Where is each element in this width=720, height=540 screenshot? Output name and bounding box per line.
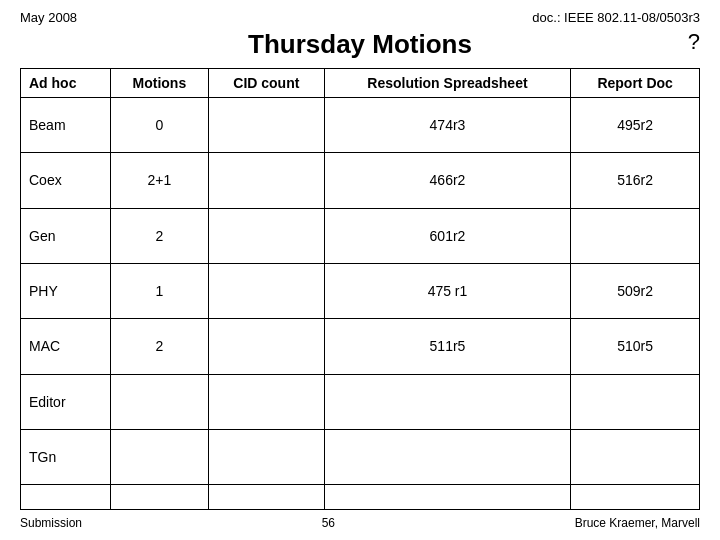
question-mark: ? <box>688 29 700 55</box>
cell-resolution: 475 r1 <box>324 263 571 318</box>
table-header-row: Ad hoc Motions CID count Resolution Spre… <box>21 69 700 98</box>
cell-adhoc: TGn <box>21 429 111 484</box>
cell-cid <box>209 374 325 429</box>
page-title: Thursday Motions <box>248 29 472 60</box>
date-label: May 2008 <box>20 10 77 25</box>
cell-motions: 1 <box>110 263 208 318</box>
footer-center: 56 <box>82 516 575 530</box>
cell-motions: 2 <box>110 319 208 374</box>
table-row <box>21 485 700 510</box>
main-table: Ad hoc Motions CID count Resolution Spre… <box>20 68 700 510</box>
table-row: MAC2511r5510r5 <box>21 319 700 374</box>
cell-report <box>571 208 700 263</box>
cell-motions: 0 <box>110 98 208 153</box>
cell-cid <box>209 429 325 484</box>
cell-cid <box>209 263 325 318</box>
cell-cid <box>209 98 325 153</box>
cell-adhoc: Coex <box>21 153 111 208</box>
cell-adhoc: Gen <box>21 208 111 263</box>
cell-cid <box>209 485 325 510</box>
title-row: Thursday Motions ? <box>20 29 700 60</box>
cell-report: 516r2 <box>571 153 700 208</box>
col-adhoc: Ad hoc <box>21 69 111 98</box>
cell-adhoc: MAC <box>21 319 111 374</box>
cell-resolution: 474r3 <box>324 98 571 153</box>
cell-adhoc: PHY <box>21 263 111 318</box>
doc-id-label: doc.: IEEE 802.11-08/0503r3 <box>532 10 700 25</box>
cell-adhoc: Editor <box>21 374 111 429</box>
footer-right: Bruce Kraemer, Marvell <box>575 516 700 530</box>
table-row: Beam0474r3495r2 <box>21 98 700 153</box>
header: May 2008 doc.: IEEE 802.11-08/0503r3 <box>20 10 700 25</box>
table-row: Coex2+1466r2516r2 <box>21 153 700 208</box>
col-cid: CID count <box>209 69 325 98</box>
cell-resolution: 601r2 <box>324 208 571 263</box>
cell-motions <box>110 429 208 484</box>
col-motions: Motions <box>110 69 208 98</box>
cell-report <box>571 374 700 429</box>
table-row: PHY1475 r1509r2 <box>21 263 700 318</box>
cell-resolution <box>324 485 571 510</box>
cell-motions: 2 <box>110 208 208 263</box>
cell-report <box>571 485 700 510</box>
cell-resolution: 466r2 <box>324 153 571 208</box>
cell-report: 510r5 <box>571 319 700 374</box>
cell-resolution <box>324 429 571 484</box>
cell-report: 495r2 <box>571 98 700 153</box>
cell-resolution <box>324 374 571 429</box>
col-report: Report Doc <box>571 69 700 98</box>
cell-adhoc: Beam <box>21 98 111 153</box>
cell-cid <box>209 319 325 374</box>
footer: Submission 56 Bruce Kraemer, Marvell <box>20 516 700 530</box>
cell-resolution: 511r5 <box>324 319 571 374</box>
col-resolution: Resolution Spreadsheet <box>324 69 571 98</box>
cell-motions <box>110 485 208 510</box>
page: May 2008 doc.: IEEE 802.11-08/0503r3 Thu… <box>0 0 720 540</box>
cell-motions: 2+1 <box>110 153 208 208</box>
table-row: Gen2601r2 <box>21 208 700 263</box>
table-row: TGn <box>21 429 700 484</box>
cell-report: 509r2 <box>571 263 700 318</box>
cell-motions <box>110 374 208 429</box>
cell-cid <box>209 153 325 208</box>
cell-adhoc <box>21 485 111 510</box>
cell-report <box>571 429 700 484</box>
cell-cid <box>209 208 325 263</box>
footer-left: Submission <box>20 516 82 530</box>
table-row: Editor <box>21 374 700 429</box>
